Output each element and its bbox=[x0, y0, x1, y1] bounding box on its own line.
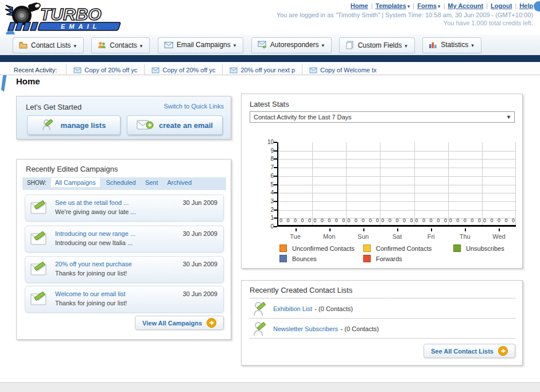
chevron-down-icon: ▾ bbox=[407, 3, 410, 9]
activity-link[interactable]: Copy of 20% off yc bbox=[84, 67, 137, 73]
campaign-date: 30 Jun 2009 bbox=[182, 261, 217, 267]
recent-activity-item[interactable]: Copy of 20% off yc bbox=[144, 64, 222, 75]
bar-chart-icon bbox=[429, 41, 437, 49]
nav-link-templates[interactable]: Templates bbox=[375, 2, 406, 9]
tab-label: Email Campaigns bbox=[177, 41, 231, 49]
tab-email-campaigns[interactable]: Email Campaigns▾ bbox=[158, 37, 244, 53]
campaign-subtitle: We're giving away our late ... bbox=[55, 208, 136, 215]
login-status: You are logged in as "Timothy Smith" | S… bbox=[277, 11, 533, 18]
activity-link[interactable]: Copy of Welcome tx bbox=[320, 67, 376, 73]
tab-custom-fields[interactable]: Custom Fields▾ bbox=[339, 37, 414, 53]
chevron-down-icon: ▾ bbox=[234, 42, 236, 48]
campaign-title-link[interactable]: Welcome to our email list bbox=[55, 290, 126, 297]
envelope-pencil-icon bbox=[30, 231, 51, 247]
manage-lists-button[interactable]: manage lists bbox=[27, 115, 121, 135]
contact-list-item[interactable]: Exhibition List - (0 Contacts) bbox=[253, 301, 353, 318]
legend-swatch-bounces bbox=[279, 255, 287, 262]
latest-stats-panel: Latest Stats Contact Activity for the La… bbox=[241, 94, 523, 269]
campaign-filter-bar: SHOW:All CampaignsScheduledSentArchived bbox=[22, 177, 226, 190]
tab-autoresponders[interactable]: Autoresponders▾ bbox=[251, 37, 332, 53]
nav-link-logout[interactable]: Logout bbox=[491, 2, 512, 9]
dotted-divider bbox=[250, 318, 515, 319]
people-icon bbox=[98, 41, 106, 49]
campaign-card[interactable]: Welcome to our email list Thanks for joi… bbox=[25, 286, 224, 313]
view-all-campaigns-button[interactable]: View All Campaigns bbox=[135, 316, 224, 330]
nav-separator: | bbox=[413, 2, 414, 9]
navy-divider-bar bbox=[0, 55, 540, 62]
campaign-card[interactable]: 20% off your next purchase Thanks for jo… bbox=[25, 256, 224, 283]
contact-list-count: - (0 Contacts) bbox=[314, 305, 353, 312]
legend-label: Bounces bbox=[292, 255, 317, 262]
contact-lists-title: Recently Created Contact Lists bbox=[250, 286, 352, 294]
legend-swatch-forwards bbox=[363, 255, 371, 262]
tab-label: Contacts bbox=[110, 41, 137, 49]
activity-link[interactable]: 20% off your next p bbox=[240, 67, 295, 73]
footer-strip bbox=[0, 382, 540, 392]
envelope-pencil-icon bbox=[30, 292, 51, 308]
nav-link-forms[interactable]: Forms bbox=[417, 2, 437, 9]
legend-swatch-confirmed bbox=[363, 244, 371, 252]
create-email-button[interactable]: create an email bbox=[127, 115, 223, 135]
recent-activity-item[interactable]: 20% off your next p bbox=[222, 64, 302, 75]
campaign-title-link[interactable]: See us at the retail food ... bbox=[55, 199, 129, 206]
legend-item: Unconfirmed Contacts bbox=[279, 244, 363, 252]
folder-icon bbox=[19, 41, 28, 49]
recent-activity-label: Recent Activity: bbox=[14, 67, 57, 73]
campaign-subtitle: Introducing our new Italia ... bbox=[55, 239, 133, 246]
chart-plot: 0 0 0 0 0Tue0 0 0 0 0Mon0 0 0 0 0Sun0 0 … bbox=[277, 142, 516, 227]
logo-subtitle-text: EMAIL bbox=[61, 23, 100, 30]
campaign-date: 30 Jun 2009 bbox=[182, 199, 217, 206]
see-all-contact-lists-button[interactable]: See All Contact Lists bbox=[424, 344, 515, 358]
envelope-icon bbox=[151, 67, 160, 73]
legend-label: Forwards bbox=[376, 255, 402, 262]
nav-link-home[interactable]: Home bbox=[351, 2, 368, 9]
legend-item: Unsubscribes bbox=[453, 244, 504, 252]
nav-link-my-account[interactable]: My Account bbox=[448, 2, 483, 9]
tab-statistics[interactable]: Statistics▾ bbox=[422, 37, 481, 53]
page-title: Home bbox=[16, 76, 40, 86]
get-started-title: Let's Get Started bbox=[26, 103, 81, 111]
campaign-title-link[interactable]: Introducing our new range ... bbox=[55, 230, 135, 237]
campaign-card[interactable]: Introducing our new range ... Introducin… bbox=[25, 226, 224, 253]
chevron-down-icon: ▾ bbox=[140, 43, 143, 49]
campaign-card[interactable]: See us at the retail food ... We're givi… bbox=[25, 195, 224, 222]
filter-sent[interactable]: Sent bbox=[145, 179, 158, 186]
envelope-icon bbox=[73, 67, 81, 73]
contact-list-link[interactable]: Exhibition List bbox=[273, 305, 312, 312]
contact-lists-panel: Recently Created Contact Lists Exhibitio… bbox=[241, 280, 523, 366]
chevron-down-icon: ▼ bbox=[506, 114, 511, 120]
campaign-title-link[interactable]: 20% off your next purchase bbox=[55, 261, 132, 267]
contact-list-item[interactable]: Newsletter Subscribers - (0 Contacts) bbox=[253, 321, 379, 338]
documents-icon bbox=[345, 41, 354, 49]
recent-activity-bar: Recent Activity:Copy of 20% off ycCopy o… bbox=[0, 62, 540, 75]
arrow-right-icon bbox=[207, 318, 216, 328]
button-label: View All Campaigns bbox=[142, 320, 202, 327]
nav-separator: | bbox=[443, 2, 445, 9]
tab-contact-lists[interactable]: Contact Lists▾ bbox=[13, 37, 84, 53]
switch-quick-links[interactable]: Switch to Quick Links bbox=[164, 103, 224, 110]
activity-link[interactable]: Copy of 20% off yc bbox=[162, 67, 215, 73]
stats-dropdown[interactable]: Contact Activity for the Last 7 Days ▼ bbox=[250, 111, 515, 123]
stats-dropdown-value: Contact Activity for the Last 7 Days bbox=[254, 114, 352, 121]
nav-link-help[interactable]: Help bbox=[519, 2, 533, 9]
logo-title-text: TURBO bbox=[40, 5, 102, 24]
contact-list-link[interactable]: Newsletter Subscribers bbox=[273, 325, 338, 332]
campaign-date: 30 Jun 2009 bbox=[182, 290, 217, 297]
legend-label: Unsubscribes bbox=[466, 245, 504, 252]
tab-contacts[interactable]: Contacts▾ bbox=[91, 37, 150, 53]
chart-y-labels: 012345678910 bbox=[255, 142, 274, 227]
filter-archived[interactable]: Archived bbox=[167, 179, 192, 186]
legend-swatch-unsubscribes bbox=[453, 244, 461, 252]
recent-activity-item[interactable]: Copy of Welcome tx bbox=[302, 64, 383, 75]
top-nav: Home|Templates▾|Forms▾|My Account|Logout… bbox=[277, 2, 533, 9]
turbo-email-logo: TURBO EMAIL bbox=[5, 2, 138, 34]
filter-scheduled[interactable]: Scheduled bbox=[106, 179, 136, 186]
latest-stats-title: Latest Stats bbox=[250, 100, 289, 108]
filter-all-campaigns[interactable]: All Campaigns bbox=[51, 178, 100, 187]
chevron-down-icon: ▾ bbox=[438, 3, 441, 9]
recent-activity-item[interactable]: Copy of 20% off yc bbox=[66, 64, 144, 75]
envelope-icon bbox=[164, 41, 173, 49]
button-label: See All Contact Lists bbox=[431, 348, 494, 355]
chevron-down-icon: ▾ bbox=[405, 43, 407, 49]
campaign-subtitle: Thanks for joining our list! bbox=[55, 270, 127, 277]
